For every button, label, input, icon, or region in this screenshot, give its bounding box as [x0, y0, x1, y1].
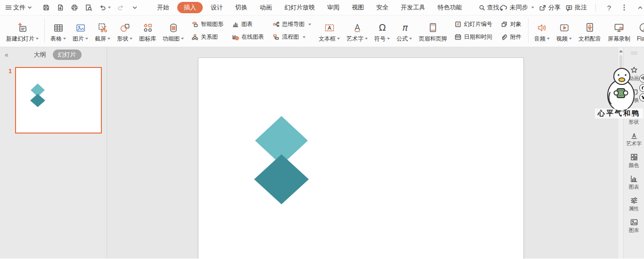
tab-slideshow[interactable]: 幻灯片放映 — [280, 2, 319, 13]
tab-view[interactable]: 视图 — [347, 2, 368, 13]
table-button[interactable]: 表格 — [47, 19, 69, 43]
shapes-icon — [119, 20, 131, 34]
quick-toolbar-more-icon[interactable] — [129, 2, 140, 13]
slide-page[interactable] — [198, 58, 524, 259]
tab-special-features[interactable]: 特色功能 — [433, 2, 466, 13]
tab-transitions[interactable]: 切换 — [231, 2, 252, 13]
attachment-button[interactable]: 附件 — [498, 31, 524, 43]
comment-label: 批注 — [575, 3, 587, 12]
ribbon-overflow-icon[interactable]: › — [641, 37, 643, 43]
attachment-icon — [501, 33, 508, 41]
video-button[interactable]: 视频 — [553, 19, 575, 43]
tab-developer[interactable]: 开发工具 — [396, 2, 429, 13]
undo-dropdown[interactable] — [108, 7, 111, 8]
collapse-panel-button[interactable]: « — [5, 51, 13, 58]
scrollbar-handle[interactable] — [619, 55, 622, 69]
collapse-ribbon-icon[interactable] — [635, 2, 644, 13]
new-slide-button[interactable]: 新建幻灯片 — [3, 19, 42, 43]
tab-design[interactable]: 设计 — [206, 2, 227, 13]
file-menu[interactable]: 文件 — [13, 3, 32, 12]
widget-zhong[interactable]: 中 — [639, 75, 644, 83]
online-chart-button[interactable]: 在线图表 — [230, 31, 266, 43]
tab-slides[interactable]: 幻灯片 — [53, 50, 82, 60]
sidebar-item-chart[interactable]: 图表 — [629, 175, 639, 190]
chevron-down-icon — [27, 5, 32, 10]
undo-button[interactable] — [97, 2, 112, 13]
sync-status-button[interactable]: 未同步 — [499, 3, 534, 12]
screen-record-button[interactable]: 屏幕录制 — [604, 19, 634, 43]
wordart-button[interactable]: 艺术字 — [343, 19, 371, 43]
export-pdf-button[interactable] — [55, 2, 66, 13]
wordart-small-icon — [630, 131, 638, 140]
search-icon — [479, 4, 486, 11]
print-button[interactable] — [69, 2, 80, 13]
function-diagram-icon — [167, 20, 180, 34]
video-icon — [558, 20, 570, 34]
find-label: 查找 — [487, 3, 499, 12]
tab-insert[interactable]: 插入 — [177, 2, 203, 13]
picture-button[interactable]: 图片 — [69, 19, 91, 43]
flowchart-button[interactable]: 流程图 — [270, 31, 314, 43]
share-button[interactable]: 分享 — [539, 3, 561, 12]
sidebar-item-animation[interactable]: 动画 — [629, 66, 639, 81]
tab-home[interactable]: 开始 — [153, 2, 173, 13]
editing-canvas[interactable] — [107, 47, 618, 259]
tab-animations[interactable]: 动画 — [256, 2, 276, 13]
more-options-icon[interactable] — [619, 2, 630, 13]
mind-map-button[interactable]: 思维导图 — [270, 18, 314, 30]
hamburger-menu-icon[interactable] — [5, 2, 12, 13]
gallery-icon — [630, 218, 638, 226]
divider — [595, 4, 596, 11]
symbol-button[interactable]: Ω 符号 — [371, 19, 393, 43]
table-icon — [52, 20, 65, 34]
chart-small-icon — [630, 175, 638, 183]
slide-number-button[interactable]: # 幻灯片编号 — [452, 18, 495, 30]
print-preview-button[interactable] — [83, 2, 94, 13]
audio-button[interactable]: 音频 — [531, 19, 553, 43]
chart-button[interactable]: 图表 — [230, 18, 266, 30]
vertical-scrollbar[interactable] — [618, 47, 623, 259]
doc-voiceover-icon — [584, 20, 596, 34]
function-diagram-button[interactable]: 功能图 — [159, 19, 187, 43]
header-footer-button[interactable]: 页眉和页脚 — [415, 19, 450, 43]
file-menu-label: 文件 — [13, 3, 25, 12]
moon-icon[interactable] — [639, 84, 644, 92]
relation-diagram-button[interactable]: 关系图 — [189, 31, 226, 43]
date-time-button[interactable]: 日期和时间 — [452, 31, 495, 43]
screenshot-button[interactable]: 截屏 — [91, 19, 114, 43]
save-button[interactable] — [41, 2, 52, 13]
slide-list-item-1: 1 — [0, 67, 107, 134]
help-button[interactable]: ? — [604, 4, 614, 12]
textbox-button[interactable]: 文本框 — [315, 19, 343, 43]
doc-voiceover-button[interactable]: 文档配音 — [575, 19, 604, 43]
shapes-button[interactable]: 形状 — [114, 19, 136, 43]
smart-graphics-button[interactable]: 智能图形 — [189, 18, 226, 30]
sidebar-item-gallery[interactable]: 图库 — [629, 218, 639, 233]
icon-library-button[interactable]: 图标库 — [136, 19, 159, 43]
slide-number: 1 — [0, 67, 15, 134]
object-button[interactable]: 对象 — [498, 18, 524, 30]
find-button[interactable]: 查找 — [479, 3, 499, 12]
sidebar-item-shapes[interactable]: 形状 — [629, 109, 639, 125]
sidebar-item-wordart[interactable]: 艺术字 — [626, 131, 642, 146]
scroll-up-icon[interactable] — [619, 50, 623, 52]
tab-security[interactable]: 安全 — [372, 2, 393, 13]
sidebar-item-properties[interactable]: 属性 — [629, 196, 639, 211]
new-slide-icon — [17, 20, 29, 34]
sidebar-drag-handle[interactable] — [631, 50, 637, 56]
sidebar-item-colors[interactable]: 颜色 — [629, 153, 639, 168]
slide-shape-diamond-dark[interactable] — [254, 154, 309, 204]
formula-pi-icon: π — [398, 20, 411, 34]
icon-library-icon — [141, 20, 154, 34]
tab-outline[interactable]: 大纲 — [34, 50, 46, 59]
formula-button[interactable]: π 公式 — [393, 19, 415, 43]
mickey-icon[interactable] — [639, 93, 644, 101]
colors-icon — [630, 153, 638, 161]
sidebar-item-transition[interactable]: 切换 — [629, 88, 639, 103]
wps-presentation-window: 文件 — [0, 0, 644, 259]
slide-panel: « 大纲 幻灯片 1 — [0, 47, 107, 259]
tab-review[interactable]: 审阅 — [323, 2, 344, 13]
comment-button[interactable]: 批注 — [565, 3, 587, 12]
divider — [528, 18, 528, 43]
slide-thumbnail-1[interactable] — [15, 67, 102, 134]
